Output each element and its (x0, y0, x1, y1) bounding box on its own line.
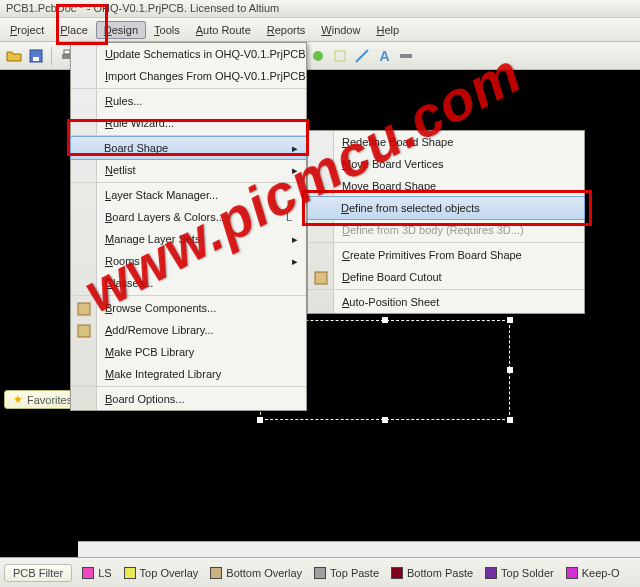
highlight (302, 190, 592, 226)
layer-tab[interactable]: LS (82, 567, 111, 579)
svg-line-11 (356, 50, 368, 62)
layer-tab[interactable]: Top Overlay (124, 567, 199, 579)
menu-item[interactable]: Redefine Board Shape (308, 131, 584, 153)
cutout-icon (313, 270, 329, 286)
menu-help[interactable]: Help (368, 21, 407, 39)
tool-icon[interactable] (352, 46, 372, 66)
menu-item[interactable]: Rooms▸ (71, 250, 306, 272)
menu-item[interactable]: Layer Stack Manager... (71, 184, 306, 206)
menu-item[interactable]: Move Board Vertices (308, 153, 584, 175)
svg-rect-12 (400, 54, 412, 58)
svg-rect-1 (33, 57, 39, 61)
layer-tab[interactable]: Top Solder (485, 567, 554, 579)
menu-reports[interactable]: Reports (259, 21, 314, 39)
design-menu: Update Schematics in OHQ-V0.1.PrjPCBImpo… (70, 42, 307, 411)
open-icon[interactable] (4, 46, 24, 66)
menu-auto-route[interactable]: Auto Route (188, 21, 259, 39)
lib-icon (76, 323, 92, 339)
menu-item[interactable]: Auto-Position Sheet (308, 291, 584, 313)
star-icon: ★ (13, 393, 23, 406)
browse-icon (76, 301, 92, 317)
tool-icon[interactable] (396, 46, 416, 66)
menu-window[interactable]: Window (313, 21, 368, 39)
menu-item[interactable]: Rules... (71, 90, 306, 112)
tool-icon[interactable] (308, 46, 328, 66)
svg-rect-20 (78, 325, 90, 337)
menu-project[interactable]: Project (2, 21, 52, 39)
layer-tab[interactable]: Bottom Paste (391, 567, 473, 579)
layer-tab[interactable]: Top Paste (314, 567, 379, 579)
menu-item[interactable]: Board Options... (71, 388, 306, 410)
horizontal-scrollbar[interactable] (78, 541, 640, 557)
layer-tab[interactable]: Keep-O (566, 567, 620, 579)
menu-item[interactable]: Browse Components... (71, 297, 306, 319)
text-tool-icon[interactable]: A (374, 46, 394, 66)
highlight (56, 4, 108, 45)
layer-tab[interactable]: Bottom Overlay (210, 567, 302, 579)
svg-point-9 (313, 51, 323, 61)
menu-item[interactable]: Make PCB Library (71, 341, 306, 363)
menu-item[interactable]: Manage Layer Sets▸ (71, 228, 306, 250)
bottom-bar: PCB Filter LSTop OverlayBottom OverlayTo… (0, 557, 640, 587)
menu-item[interactable]: Import Changes From OHQ-V0.1.PrjPCB (71, 65, 306, 89)
menu-item[interactable]: Netlist▸ (71, 159, 306, 183)
svg-rect-21 (315, 272, 327, 284)
menu-item[interactable]: Classes... (71, 272, 306, 296)
menu-item[interactable]: Board Layers & Colors...L (71, 206, 306, 228)
menu-item[interactable]: Make Integrated Library (71, 363, 306, 387)
menu-tools[interactable]: Tools (146, 21, 188, 39)
save-icon[interactable] (26, 46, 46, 66)
svg-rect-19 (78, 303, 90, 315)
menu-item[interactable]: Create Primitives From Board Shape (308, 244, 584, 266)
pcb-filter-tab[interactable]: PCB Filter (4, 564, 72, 582)
menu-item[interactable]: Define Board Cutout (308, 266, 584, 290)
highlight (67, 119, 309, 156)
tool-icon[interactable] (330, 46, 350, 66)
menu-item[interactable]: Add/Remove Library... (71, 319, 306, 341)
svg-rect-10 (335, 51, 345, 61)
menu-item[interactable]: Update Schematics in OHQ-V0.1.PrjPCB (71, 43, 306, 65)
